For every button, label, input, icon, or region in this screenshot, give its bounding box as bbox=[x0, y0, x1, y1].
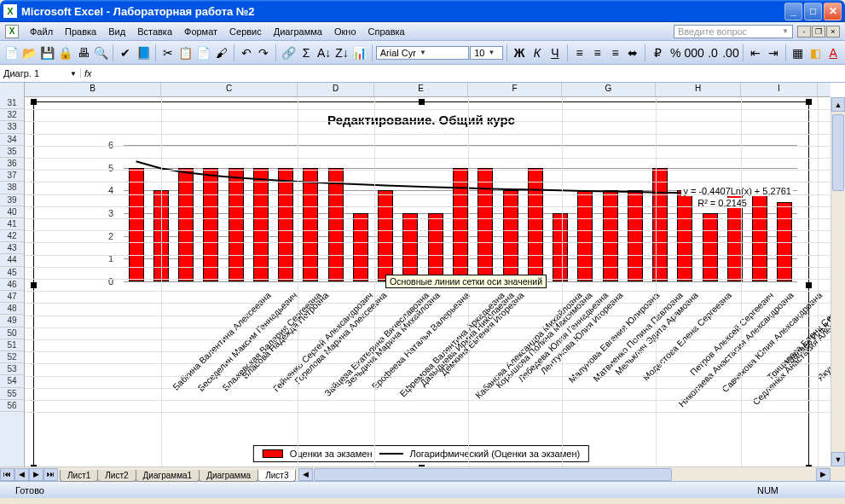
row-header[interactable]: 36 bbox=[0, 158, 24, 170]
row-header[interactable]: 41 bbox=[0, 218, 24, 230]
row-header[interactable]: 35 bbox=[0, 146, 24, 158]
column-header[interactable]: D bbox=[298, 83, 374, 96]
row-header[interactable]: 39 bbox=[0, 194, 24, 206]
row-header[interactable]: 53 bbox=[0, 363, 24, 375]
menu-format[interactable]: Формат bbox=[178, 25, 223, 38]
comma-icon[interactable]: 000 bbox=[685, 43, 703, 62]
chart-bar[interactable] bbox=[603, 190, 618, 281]
borders-icon[interactable]: ▦ bbox=[790, 43, 807, 62]
chart-bar[interactable] bbox=[328, 168, 344, 281]
cut-icon[interactable]: ✂ bbox=[159, 43, 177, 62]
tab-last-button[interactable]: ⏭ bbox=[43, 468, 58, 481]
chart-bar[interactable] bbox=[503, 190, 518, 281]
chart-bar[interactable] bbox=[378, 190, 393, 281]
menu-view[interactable]: Вид bbox=[102, 25, 131, 38]
new-icon[interactable]: 📄 bbox=[3, 43, 20, 62]
chart-bar[interactable] bbox=[129, 168, 144, 281]
column-header[interactable]: H bbox=[656, 83, 741, 96]
sheet-tab[interactable]: Диаграмма bbox=[199, 470, 258, 482]
row-header[interactable]: 33 bbox=[0, 121, 24, 133]
scroll-left-button[interactable]: ◀ bbox=[298, 468, 313, 481]
permission-icon[interactable]: 🔒 bbox=[57, 43, 74, 62]
align-left-icon[interactable]: ≡ bbox=[571, 43, 588, 62]
menu-edit[interactable]: Правка bbox=[59, 25, 102, 38]
row-header[interactable]: 52 bbox=[0, 351, 24, 363]
copy-icon[interactable]: 📋 bbox=[177, 43, 194, 62]
resize-handle[interactable] bbox=[31, 282, 37, 288]
sheet-tab[interactable]: Лист2 bbox=[97, 470, 136, 482]
scroll-thumb[interactable] bbox=[314, 468, 672, 481]
row-header[interactable]: 40 bbox=[0, 206, 24, 218]
fill-color-icon[interactable]: ◧ bbox=[807, 43, 824, 62]
bold-icon[interactable]: Ж bbox=[511, 43, 528, 62]
column-header[interactable]: E bbox=[374, 83, 468, 96]
scroll-up-button[interactable]: ▲ bbox=[831, 97, 845, 112]
chart-title[interactable]: Редактирование. Общий курс bbox=[34, 102, 808, 130]
control-icon[interactable]: X bbox=[5, 25, 19, 38]
currency-icon[interactable]: ₽ bbox=[649, 43, 666, 62]
save-icon[interactable]: 💾 bbox=[39, 43, 56, 62]
row-header[interactable]: 55 bbox=[0, 388, 24, 400]
spelling-icon[interactable]: ✔ bbox=[117, 43, 134, 62]
resize-handle[interactable] bbox=[419, 99, 425, 105]
tab-prev-button[interactable]: ◀ bbox=[14, 468, 29, 481]
row-header[interactable]: 48 bbox=[0, 303, 24, 315]
menu-window[interactable]: Окно bbox=[328, 25, 362, 38]
row-header[interactable]: 49 bbox=[0, 315, 24, 327]
row-header[interactable]: 54 bbox=[0, 375, 24, 387]
hyperlink-icon[interactable]: 🔗 bbox=[280, 43, 297, 62]
chart-bar[interactable] bbox=[402, 213, 418, 281]
help-search-box[interactable]: Введите вопрос ▼ bbox=[674, 25, 793, 38]
column-header[interactable]: I bbox=[741, 83, 818, 96]
underline-icon[interactable]: Ч bbox=[547, 43, 564, 62]
percent-icon[interactable]: % bbox=[667, 43, 684, 62]
sort-asc-icon[interactable]: A↓ bbox=[315, 43, 333, 62]
chart-bar[interactable] bbox=[777, 202, 792, 281]
row-header[interactable]: 50 bbox=[0, 327, 24, 339]
preview-icon[interactable]: 🔍 bbox=[93, 43, 110, 62]
plot-area[interactable]: 0123456 bbox=[124, 145, 797, 281]
font-color-icon[interactable]: A bbox=[825, 43, 842, 62]
menu-help[interactable]: Справка bbox=[362, 25, 411, 38]
chart-legend[interactable]: Оценки за экзамен Логарифмический (Оценк… bbox=[253, 445, 589, 462]
chart-wizard-icon[interactable]: 📊 bbox=[351, 43, 368, 62]
minimize-button[interactable]: _ bbox=[784, 3, 802, 20]
row-header[interactable]: 44 bbox=[0, 254, 24, 266]
increase-decimal-icon[interactable]: .0 bbox=[704, 43, 721, 62]
scroll-right-button[interactable]: ▶ bbox=[816, 468, 831, 481]
menu-diagram[interactable]: Диаграмма bbox=[268, 25, 328, 38]
open-icon[interactable]: 📂 bbox=[21, 43, 38, 62]
chart-bar[interactable] bbox=[477, 168, 493, 281]
chart-bar[interactable] bbox=[428, 213, 443, 281]
font-size-select[interactable]: 10▼ bbox=[470, 46, 503, 60]
menu-insert[interactable]: Вставка bbox=[131, 25, 178, 38]
sheet-tab[interactable]: Лист3 bbox=[258, 470, 296, 482]
align-center-icon[interactable]: ≡ bbox=[589, 43, 606, 62]
row-header[interactable]: 31 bbox=[0, 97, 24, 109]
merge-icon[interactable]: ⬌ bbox=[624, 43, 641, 62]
tab-next-button[interactable]: ▶ bbox=[29, 468, 43, 481]
name-box[interactable]: Диагр. 1 ▼ bbox=[0, 68, 81, 78]
mdi-restore-button[interactable]: ❐ bbox=[812, 26, 825, 38]
print-icon[interactable]: 🖶 bbox=[75, 43, 92, 62]
menu-service[interactable]: Сервис bbox=[223, 25, 268, 38]
row-header[interactable]: 51 bbox=[0, 339, 24, 351]
chart-object[interactable]: Редактирование. Общий курс 0123456 y = -… bbox=[33, 101, 809, 468]
row-header[interactable]: 46 bbox=[0, 279, 24, 291]
resize-handle[interactable] bbox=[806, 99, 812, 105]
chart-bar[interactable] bbox=[577, 190, 593, 281]
sheet-tab[interactable]: Диаграмма1 bbox=[136, 470, 200, 482]
grid-area[interactable]: Редактирование. Общий курс 0123456 y = -… bbox=[25, 97, 831, 466]
undo-icon[interactable]: ↶ bbox=[238, 43, 255, 62]
tab-first-button[interactable]: ⏮ bbox=[0, 468, 14, 481]
row-header[interactable]: 42 bbox=[0, 230, 24, 242]
chart-bar[interactable] bbox=[278, 168, 293, 281]
chart-bar[interactable] bbox=[628, 190, 643, 281]
chart-bar[interactable] bbox=[453, 168, 468, 281]
scroll-thumb[interactable] bbox=[832, 114, 844, 191]
format-painter-icon[interactable]: 🖌 bbox=[213, 43, 230, 62]
resize-handle[interactable] bbox=[31, 99, 37, 105]
align-right-icon[interactable]: ≡ bbox=[607, 43, 624, 62]
chart-bar[interactable] bbox=[303, 168, 318, 281]
chart-bar[interactable] bbox=[652, 168, 668, 281]
